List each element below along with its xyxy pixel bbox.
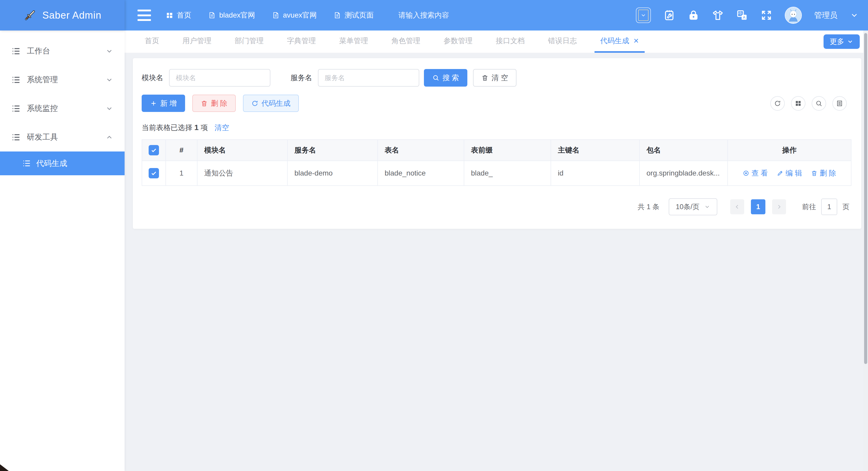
cell-service: blade-demo	[287, 161, 378, 186]
tab-home[interactable]: 首页	[139, 31, 165, 53]
tab-label: 接口文档	[496, 36, 525, 46]
scrollbar-thumb[interactable]	[864, 33, 867, 364]
sidebar-item-system-management[interactable]: 系统管理	[0, 65, 125, 94]
delete-row-link[interactable]: 删 除	[811, 168, 836, 178]
theme-shirt-icon[interactable]	[712, 9, 724, 21]
delete-button-label: 删 除	[211, 98, 227, 108]
grid-icon	[795, 100, 802, 107]
global-search-input[interactable]: 请输入搜索内容	[398, 10, 449, 20]
tab-parameter-management[interactable]: 参数管理	[438, 31, 478, 53]
code-generate-button[interactable]: 代码生成	[243, 95, 299, 112]
selection-suffix: 项	[200, 124, 208, 132]
sidebar-item-dev-tools[interactable]: 研发工具	[0, 123, 125, 152]
tab-label: 部门管理	[235, 36, 264, 46]
tab-department-management[interactable]: 部门管理	[229, 31, 269, 53]
column-settings-button[interactable]	[832, 96, 847, 111]
topnav-item-home[interactable]: 首页	[166, 10, 191, 20]
selection-prefix: 当前表格已选择	[142, 124, 192, 132]
view-label: 查 看	[751, 168, 768, 178]
select-all-checkbox[interactable]	[149, 145, 159, 155]
code-generate-label: 代码生成	[261, 98, 290, 108]
selection-count: 1	[194, 123, 199, 132]
tab-api-docs[interactable]: 接口文档	[490, 31, 530, 53]
column-header-prefix: 表前缀	[464, 139, 551, 161]
page-scrollbar[interactable]	[863, 31, 868, 471]
cell-index: 1	[166, 161, 197, 186]
tab-label: 字典管理	[287, 36, 316, 46]
topnav-item-test-page[interactable]: 测试页面	[334, 10, 373, 20]
trash-icon	[200, 100, 208, 107]
language-icon[interactable]: 中 A	[736, 9, 748, 21]
table-row[interactable]: 1 通知公告 blade-demo blade_notice blade_ id…	[142, 161, 851, 186]
column-header-actions: 操作	[727, 139, 851, 161]
tab-code-generation[interactable]: 代码生成 ✕	[594, 31, 645, 53]
column-header-service: 服务名	[287, 139, 378, 161]
select-all-cell	[142, 139, 166, 161]
search-button[interactable]: 搜 索	[424, 69, 467, 87]
close-tab-icon[interactable]: ✕	[633, 37, 639, 45]
sidebar-item-code-generation[interactable]: 代码生成	[0, 152, 125, 175]
list-menu-icon	[11, 46, 21, 56]
cell-prefix: blade_	[464, 161, 551, 186]
user-name[interactable]: 管理员	[814, 10, 837, 21]
main-area: 首页 用户管理 部门管理 字典管理 菜单管理 角色管理 参数管理 接口文档 错误…	[125, 31, 868, 471]
chevron-up-icon	[105, 133, 113, 141]
sidebar-item-workbench[interactable]: 工作台	[0, 37, 125, 65]
prev-page-button[interactable]	[730, 199, 744, 214]
grid-view-button[interactable]	[791, 96, 805, 111]
toolbar: 新 增 删 除 代码生成	[142, 95, 852, 112]
delete-button[interactable]: 删 除	[192, 95, 236, 112]
sidebar-item-system-monitor[interactable]: 系统监控	[0, 94, 125, 123]
topnav-item-bladex[interactable]: bladex官网	[208, 10, 255, 20]
service-name-input[interactable]	[318, 69, 419, 87]
tab-user-management[interactable]: 用户管理	[177, 31, 217, 53]
content-card: 模块名 服务名 搜 索 清 空 新 增 删 除	[133, 58, 861, 229]
add-button[interactable]: 新 增	[142, 95, 185, 112]
row-select-cell	[142, 161, 166, 186]
column-header-pk: 主键名	[551, 139, 640, 161]
edit-label: 编 辑	[785, 168, 802, 178]
search-icon	[432, 74, 439, 82]
sword-logo-icon	[23, 8, 37, 22]
tab-role-management[interactable]: 角色管理	[386, 31, 426, 53]
list-menu-icon	[11, 103, 21, 114]
collapse-menu-icon[interactable]	[137, 9, 151, 21]
row-checkbox[interactable]	[149, 168, 159, 178]
chevron-left-icon	[734, 203, 741, 210]
tab-label: 参数管理	[443, 36, 472, 46]
tab-menu-management[interactable]: 菜单管理	[334, 31, 374, 53]
topnav-label: 测试页面	[345, 10, 373, 20]
selection-info: 当前表格已选择 1 项 清空	[142, 123, 852, 133]
clear-selection-link[interactable]: 清空	[215, 123, 229, 133]
edit-row-link[interactable]: 编 辑	[777, 168, 802, 178]
sidebar-item-label: 工作台	[27, 46, 105, 56]
page-number-1[interactable]: 1	[751, 199, 765, 214]
more-tabs-button[interactable]: 更多	[824, 34, 860, 49]
page-size-select[interactable]: 10条/页	[669, 198, 717, 215]
clear-button[interactable]: 清 空	[473, 69, 517, 87]
next-page-button[interactable]	[772, 199, 786, 214]
fullscreen-icon[interactable]	[761, 9, 772, 21]
cell-package: org.springblade.desk...	[640, 161, 727, 186]
goto-page-input[interactable]	[821, 198, 837, 215]
list-menu-icon	[11, 75, 21, 85]
module-name-input[interactable]	[169, 69, 270, 87]
app-logo[interactable]: Saber Admin	[0, 0, 125, 31]
sidebar: 工作台 系统管理 系统监控 研发工具 代码生成	[0, 31, 125, 471]
repair-clipboard-icon[interactable]	[663, 9, 675, 21]
lock-icon[interactable]	[688, 9, 700, 21]
tab-error-log[interactable]: 错误日志	[542, 31, 583, 53]
chevron-right-icon	[776, 203, 782, 210]
show-search-button[interactable]	[812, 96, 826, 111]
page-unit-label: 页	[842, 202, 849, 212]
tab-dictionary-management[interactable]: 字典管理	[281, 31, 321, 53]
corner-artifact	[0, 464, 9, 471]
tab-label: 角色管理	[391, 36, 420, 46]
view-row-link[interactable]: 查 看	[743, 168, 768, 178]
header-main: 首页 bladex官网 avuex官网	[125, 0, 868, 31]
refresh-table-button[interactable]	[770, 96, 785, 111]
user-menu-chevron-down-icon[interactable]	[850, 11, 859, 20]
avatar[interactable]	[785, 7, 802, 24]
lock-countdown-button[interactable]	[636, 7, 651, 23]
topnav-item-avuex[interactable]: avuex官网	[272, 10, 317, 20]
